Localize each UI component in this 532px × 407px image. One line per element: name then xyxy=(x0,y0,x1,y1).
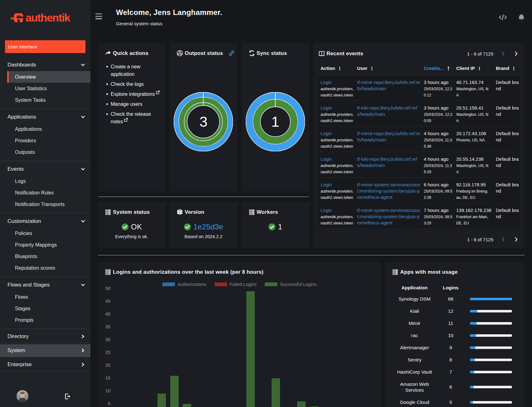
sidebar-toggle-icon[interactable] xyxy=(95,13,102,20)
sidebar-group-customization[interactable]: Customization xyxy=(0,215,90,228)
app-name: Kiali xyxy=(394,308,435,314)
sidebar-nav-group: Enterprise xyxy=(0,357,90,371)
bar-successful-logins xyxy=(183,404,191,407)
sidebar-item-flows[interactable]: Flows xyxy=(0,291,90,303)
chevron-down-icon xyxy=(81,115,85,119)
quick-action-manage-users[interactable]: Manage users xyxy=(111,101,161,108)
sidebar-nav: Dashboards OverviewUser StatisticsSystem… xyxy=(0,57,90,371)
event-row[interactable]: Login authentik.providers.oauth2.views.t… xyxy=(318,178,520,203)
legend-item-successful-logins[interactable]: Successful Logins xyxy=(265,282,317,287)
api-code-icon[interactable] xyxy=(498,13,508,21)
sidebar-item-notification-transports[interactable]: Notification Transports xyxy=(0,199,90,210)
check-circle-icon xyxy=(268,223,276,231)
quick-action-check-the-logs[interactable]: Check the logs xyxy=(111,81,161,88)
app-logins-count: 68 xyxy=(435,296,466,302)
card-title: Quick actions xyxy=(113,50,148,56)
sort-icon xyxy=(338,66,342,71)
sync-count: 1 xyxy=(246,92,305,151)
event-row[interactable]: Login authentik.providers.oauth2.views.t… xyxy=(318,152,520,178)
share-icon xyxy=(105,50,111,56)
event-row[interactable]: Login authentik.providers.oauth2.views.t… xyxy=(318,75,520,101)
sidebar-item-providers[interactable]: Providers xyxy=(0,135,90,146)
sidebar-group-system[interactable]: System xyxy=(0,344,90,357)
sidebar-item-reputation-scores[interactable]: Reputation scores xyxy=(0,262,90,274)
event-action-link[interactable]: Login xyxy=(321,130,332,137)
event-row[interactable]: Login authentik.providers.oauth2.views.t… xyxy=(318,101,520,126)
sidebar-item-blueprints[interactable]: Blueprints xyxy=(0,251,90,262)
sidebar-item-system-tasks[interactable]: System Tasks xyxy=(0,94,90,106)
column-header-creatio-[interactable]: Creatio... xyxy=(424,66,451,71)
sidebar-item-policies[interactable]: Policies xyxy=(0,228,90,239)
sidebar-item-logs[interactable]: Logs xyxy=(0,175,90,187)
event-action-link[interactable]: Login xyxy=(321,182,332,188)
column-header-client-ip[interactable]: Client IP xyxy=(456,66,491,71)
event-action-link[interactable]: Login xyxy=(321,79,332,86)
sidebar-item-overview[interactable]: Overview xyxy=(7,71,90,83)
sidebar-group-dashboards[interactable]: Dashboards xyxy=(0,59,90,71)
event-user-link[interactable]: tf-mimir-system:serviceaccount:monitorin… xyxy=(357,182,421,200)
quick-action-explore-integrations[interactable]: Explore integrations xyxy=(111,91,161,98)
legend-swatch xyxy=(215,282,227,286)
user-interface-button[interactable]: User interface xyxy=(5,40,85,53)
event-user-link[interactable]: tf-mimir-system:serviceaccount:monitorin… xyxy=(357,207,421,226)
sidebar-item-prompts[interactable]: Prompts xyxy=(0,314,90,326)
app-logins-count: 5 xyxy=(435,400,466,405)
page-title: Welcome, Jens Langhammer. xyxy=(116,8,222,17)
event-row[interactable]: Login authentik.providers.oauth2.views.t… xyxy=(318,126,520,152)
sidebar-group-enterprise[interactable]: Enterprise xyxy=(0,358,90,371)
event-row[interactable]: Login authentik.providers.oauth2.views.t… xyxy=(318,203,520,229)
column-header-action[interactable]: Action xyxy=(321,66,352,71)
event-user-link[interactable]: tf-mimir-repo:BeryJu/k8s:ref:refs/heads/… xyxy=(357,130,421,143)
event-user-link[interactable]: tf-loki-repo:BeryJu/k8s:ref:refs/heads/m… xyxy=(357,156,421,169)
pagination-prev-icon[interactable] xyxy=(500,236,507,243)
card-title: Version xyxy=(185,209,204,215)
event-action-link[interactable]: Login xyxy=(321,156,332,162)
authentik-logo[interactable]: authentik xyxy=(11,12,90,23)
app-usage-progressbar xyxy=(470,298,512,300)
logout-icon[interactable] xyxy=(64,393,71,399)
avatar[interactable] xyxy=(17,390,28,402)
sidebar-item-user-statistics[interactable]: User Statistics xyxy=(0,83,90,94)
legend-item-authorizations[interactable]: Authorizations xyxy=(162,282,206,287)
event-user-link[interactable]: tf-loki-repo:BeryJu/k8s:ref:refs/heads/m… xyxy=(357,105,421,117)
sidebar-group-flows-and-stages[interactable]: Flows and Stages xyxy=(0,279,90,291)
legend-label: Failed Logins xyxy=(230,282,257,287)
event-action-link[interactable]: Login xyxy=(321,105,332,111)
sidebar-nav-group: System xyxy=(0,343,90,357)
sidebar-item-stages[interactable]: Stages xyxy=(0,303,90,314)
card-title: Apps with most usage xyxy=(400,269,457,275)
legend-item-failed-logins[interactable]: Failed Logins xyxy=(215,282,257,287)
app-logins-count: 12 xyxy=(435,308,466,314)
version-value[interactable]: 1e25d3e xyxy=(193,223,223,231)
pagination-next-icon[interactable] xyxy=(512,50,520,57)
logo-wordmark: authentik xyxy=(26,12,70,24)
event-action-link[interactable]: Login xyxy=(321,207,332,213)
sidebar-group-directory[interactable]: Directory xyxy=(0,330,90,343)
pagination-next-icon[interactable] xyxy=(512,236,520,243)
sidebar-item-property-mappings[interactable]: Property Mappings xyxy=(0,239,90,251)
event-user-link[interactable]: tf-mimir-repo:BeryJu/k8s:ref:refs/heads/… xyxy=(357,79,421,92)
sidebar-group-events[interactable]: Events xyxy=(0,163,90,175)
app-name: Amazon Web Services xyxy=(394,381,435,393)
dashboard-grid: Quick actions Create a new applicationCh… xyxy=(90,36,532,407)
column-header-brand[interactable]: Brand xyxy=(496,66,517,71)
quick-action-check-the-release-notes[interactable]: Check the release notes xyxy=(111,110,161,125)
sidebar-item-applications[interactable]: Applications xyxy=(0,123,90,135)
pagination-prev-icon[interactable] xyxy=(500,50,507,57)
event-location: Freiburg im Breisgau, DE, EU xyxy=(456,188,489,201)
recent-events-card: Recent events 1 - 6 of 7125 Action User xyxy=(313,43,525,248)
section-divider xyxy=(98,255,525,255)
server-icon xyxy=(392,269,399,275)
pagination-label: 1 - 6 of 7125 xyxy=(467,237,493,242)
sidebar-item-outposts[interactable]: Outposts xyxy=(0,146,90,158)
event-timestamp: 25/03/2024, 09:52:28 xyxy=(424,188,453,201)
authentik-admin-dashboard: authentik User interface Dashboards Over… xyxy=(0,0,532,407)
sidebar-group-applications[interactable]: Applications xyxy=(0,111,90,123)
quick-action-create-a-new-application[interactable]: Create a new application xyxy=(111,63,161,78)
app-usage-progressbar xyxy=(470,359,512,361)
notifications-bell-icon[interactable] xyxy=(516,13,526,21)
outpost-link-icon[interactable] xyxy=(228,50,235,56)
events-header-row: Action User Creatio... Client IP Brand xyxy=(318,61,520,75)
column-header-user[interactable]: User xyxy=(357,66,419,71)
sidebar-item-notification-rules[interactable]: Notification Rules xyxy=(0,187,90,199)
